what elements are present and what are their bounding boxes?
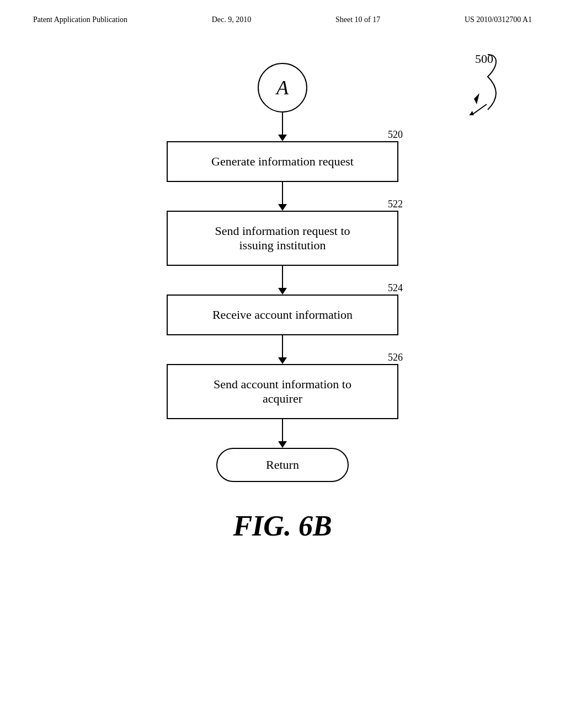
svg-marker-0 [474,93,479,104]
arrow-3 [278,266,287,295]
arrow-1 [278,113,287,141]
ref-526-label: 526 [388,352,403,363]
arrow-4 [278,335,287,364]
figure-caption: FIG. 6B [0,510,565,542]
ref-520-label: 520 [388,129,403,141]
box-520: 520 Generate information request [167,141,398,182]
return-terminal: Return [216,448,349,482]
ref-522-label: 522 [388,199,403,210]
box-524-text: Receive account information [212,308,353,322]
ref-524-label: 524 [388,282,403,294]
box-522-text: Send information request toissuing insti… [215,224,350,252]
box-522: 522 Send information request toissuing i… [167,211,398,266]
start-node: A [258,63,307,113]
curly-arrow-icon [455,49,510,115]
header-date: Dec. 9, 2010 [212,15,252,24]
page-header: Patent Application Publication Dec. 9, 2… [0,0,565,24]
svg-line-1 [471,104,487,115]
diagram-area: 500 A 520 Generate information request 5… [0,46,565,482]
header-sheet: Sheet 10 of 17 [335,15,380,24]
box-526: 526 Send account information toacquirer [167,364,398,419]
return-label: Return [266,458,299,472]
arrow-5 [278,419,287,448]
arrow-2 [278,182,287,211]
start-node-label: A [276,76,289,99]
header-publication-label: Patent Application Publication [33,15,127,24]
header-patent-number: US 2010/0312700 A1 [465,15,532,24]
box-520-text: Generate information request [211,154,354,168]
box-526-text: Send account information toacquirer [214,377,351,405]
box-524: 524 Receive account information [167,295,398,335]
